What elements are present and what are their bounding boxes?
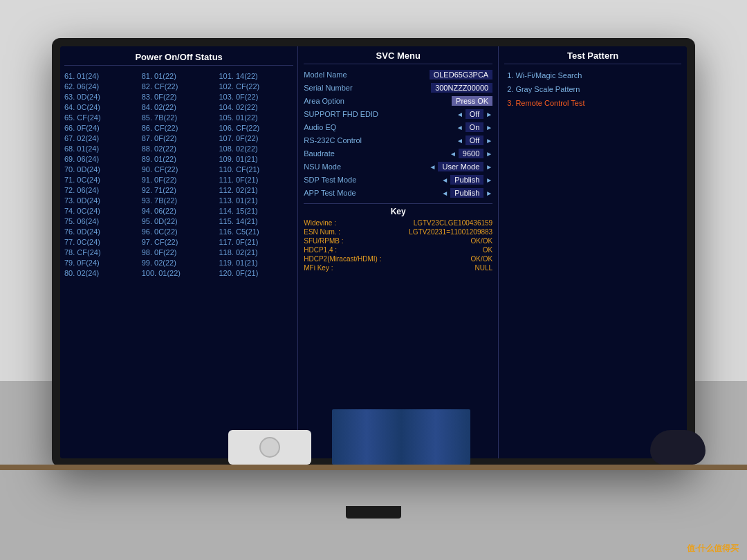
power-grid-item: 63. 0D(24) bbox=[64, 92, 139, 102]
power-grid-item: 80. 02(24) bbox=[64, 268, 139, 278]
power-grid-item: 97. CF(22) bbox=[142, 237, 216, 247]
audio-eq-controls: ◄ On ► bbox=[456, 122, 493, 132]
model-name-row: Model Name OLED65G3PCA bbox=[304, 70, 492, 80]
power-status-title: Power On/Off Status bbox=[64, 52, 293, 66]
power-grid-item: 67. 02(24) bbox=[64, 133, 139, 143]
rs232c-arrow-right[interactable]: ► bbox=[486, 137, 492, 144]
svc-menu-title: SVC Menu bbox=[304, 50, 492, 64]
panel-svc-menu: SVC Menu Model Name OLED65G3PCA Serial N… bbox=[298, 46, 499, 458]
tv-stand bbox=[346, 506, 401, 519]
power-grid-item: 118. 02(21) bbox=[219, 248, 294, 257]
app-test-arrow-left[interactable]: ◄ bbox=[441, 189, 448, 197]
power-grid-item: 120. 0F(21) bbox=[219, 268, 294, 278]
mfi-label: MFi Key : bbox=[304, 264, 333, 272]
hdcp2-value: OK/OK bbox=[470, 255, 492, 263]
nsu-arrow-right[interactable]: ► bbox=[486, 163, 492, 171]
power-grid-item: 110. CF(21) bbox=[219, 165, 294, 174]
power-grid-item: 108. 02(22) bbox=[219, 144, 294, 153]
power-grid-item: 65. CF(24) bbox=[64, 113, 139, 122]
power-grid-item: 69. 06(24) bbox=[64, 154, 139, 164]
nsu-label: NSU Mode bbox=[304, 162, 429, 171]
audio-eq-arrow-left[interactable]: ◄ bbox=[456, 124, 463, 131]
power-grid-item: 100. 01(22) bbox=[142, 268, 216, 278]
power-grid-item: 81. 01(22) bbox=[142, 71, 216, 81]
tv-screen: Power On/Off Status 61. 01(24)81. 01(22)… bbox=[60, 46, 687, 458]
power-grid-item: 82. CF(22) bbox=[142, 82, 216, 91]
rs232c-controls: ◄ Off ► bbox=[456, 136, 492, 145]
power-grid-item: 89. 01(22) bbox=[142, 154, 216, 164]
game-cases bbox=[332, 409, 470, 465]
power-grid-item: 105. 01(22) bbox=[219, 113, 294, 122]
hdcp1-row: HDCP1,4 : OK bbox=[304, 246, 492, 254]
widevine-value: LGTV23CLGE100436159 bbox=[414, 219, 493, 227]
app-test-controls: ◄ Publish ► bbox=[441, 188, 492, 198]
power-grid-item: 83. 0F(22) bbox=[142, 92, 216, 102]
support-fhd-row: SUPPORT FHD EDID ◄ Off ► bbox=[304, 109, 492, 119]
power-grid-item: 96. 0C(22) bbox=[142, 227, 216, 236]
power-grid-item: 114. 15(21) bbox=[219, 206, 294, 216]
power-grid-item: 104. 02(22) bbox=[219, 102, 294, 112]
mfi-value: NULL bbox=[475, 264, 493, 272]
baudrate-arrow-right[interactable]: ► bbox=[486, 150, 492, 158]
panel-test-pattern: Test Pattern 1. Wi-Fi/Magic Search 2. Gr… bbox=[499, 46, 687, 458]
power-grid-item: 94. 06(22) bbox=[142, 206, 216, 216]
baudrate-value: 9600 bbox=[459, 149, 483, 158]
power-grid-item: 84. 02(22) bbox=[142, 102, 216, 112]
serial-number-value: 300NZZZ00000 bbox=[431, 83, 492, 93]
power-grid: 61. 01(24)81. 01(22)101. 14(22)62. 06(24… bbox=[64, 71, 293, 278]
baudrate-row: Baudrate ◄ 9600 ► bbox=[304, 149, 492, 158]
desk-surface bbox=[0, 465, 747, 470]
nsu-row: NSU Mode ◄ User Mode ► bbox=[304, 162, 492, 171]
key-title: Key bbox=[304, 207, 492, 216]
sdp-arrow-left[interactable]: ◄ bbox=[441, 176, 448, 184]
test-item-2[interactable]: 2. Gray Scale Pattern bbox=[504, 84, 681, 95]
nsu-value: User Mode bbox=[438, 162, 483, 171]
sfu-value: OK/OK bbox=[470, 237, 492, 245]
power-grid-item: 76. 0D(24) bbox=[64, 227, 139, 236]
support-fhd-value: Off bbox=[465, 109, 483, 119]
audio-eq-value: On bbox=[465, 122, 484, 132]
test-pattern-title: Test Pattern bbox=[504, 50, 681, 64]
power-grid-item: 74. 0C(24) bbox=[64, 206, 139, 216]
power-grid-item: 87. 0F(22) bbox=[142, 133, 216, 143]
sdp-controls: ◄ Publish ► bbox=[441, 175, 492, 185]
power-grid-item: 72. 06(24) bbox=[64, 185, 139, 195]
audio-eq-label: Audio EQ bbox=[304, 123, 456, 131]
support-fhd-arrow-left[interactable]: ◄ bbox=[456, 111, 463, 118]
esn-row: ESN Num. : LGTV20231=11001209883 bbox=[304, 228, 492, 236]
support-fhd-arrow-right[interactable]: ► bbox=[486, 111, 492, 118]
model-name-value: OLED65G3PCA bbox=[430, 70, 492, 80]
app-test-arrow-right[interactable]: ► bbox=[486, 189, 492, 197]
app-test-label: APP Test Mode bbox=[304, 189, 441, 197]
power-grid-item: 99. 02(22) bbox=[142, 258, 216, 268]
baudrate-label: Baudrate bbox=[304, 149, 450, 158]
power-grid-item: 85. 7B(22) bbox=[142, 113, 216, 122]
power-grid-item: 115. 14(21) bbox=[219, 216, 294, 226]
power-grid-item: 106. CF(22) bbox=[219, 123, 294, 133]
rs232c-arrow-left[interactable]: ◄ bbox=[456, 137, 463, 144]
area-option-value[interactable]: Press OK bbox=[452, 96, 492, 106]
game-controller bbox=[650, 430, 706, 465]
power-grid-item: 75. 06(24) bbox=[64, 216, 139, 226]
hdcp1-label: HDCP1,4 : bbox=[304, 246, 337, 254]
hdcp2-row: HDCP2(Miracast/HDMI) : OK/OK bbox=[304, 255, 492, 263]
mfi-row: MFi Key : NULL bbox=[304, 264, 492, 272]
baudrate-arrow-left[interactable]: ◄ bbox=[450, 150, 456, 158]
app-test-row: APP Test Mode ◄ Publish ► bbox=[304, 188, 492, 198]
audio-eq-arrow-right[interactable]: ► bbox=[486, 124, 492, 131]
power-grid-item: 102. CF(22) bbox=[219, 82, 294, 91]
power-grid-item: 113. 01(21) bbox=[219, 196, 294, 205]
nsu-arrow-left[interactable]: ◄ bbox=[430, 163, 436, 171]
rs232c-label: RS-232C Control bbox=[304, 136, 456, 144]
sdp-arrow-right[interactable]: ► bbox=[486, 176, 492, 184]
model-name-label: Model Name bbox=[304, 71, 429, 79]
support-fhd-controls: ◄ Off ► bbox=[456, 109, 492, 119]
area-option-row: Area Option Press OK bbox=[304, 96, 492, 106]
test-item-3[interactable]: 3. Remote Control Test bbox=[504, 97, 681, 109]
power-grid-item: 119. 01(21) bbox=[219, 258, 294, 268]
power-grid-item: 112. 02(21) bbox=[219, 185, 294, 195]
test-item-1[interactable]: 1. Wi-Fi/Magic Search bbox=[504, 70, 681, 81]
power-grid-item: 111. 0F(21) bbox=[219, 175, 294, 185]
power-grid-item: 117. 0F(21) bbox=[219, 237, 294, 247]
key-section: Key Widevine : LGTV23CLGE100436159 ESN N… bbox=[304, 203, 492, 272]
